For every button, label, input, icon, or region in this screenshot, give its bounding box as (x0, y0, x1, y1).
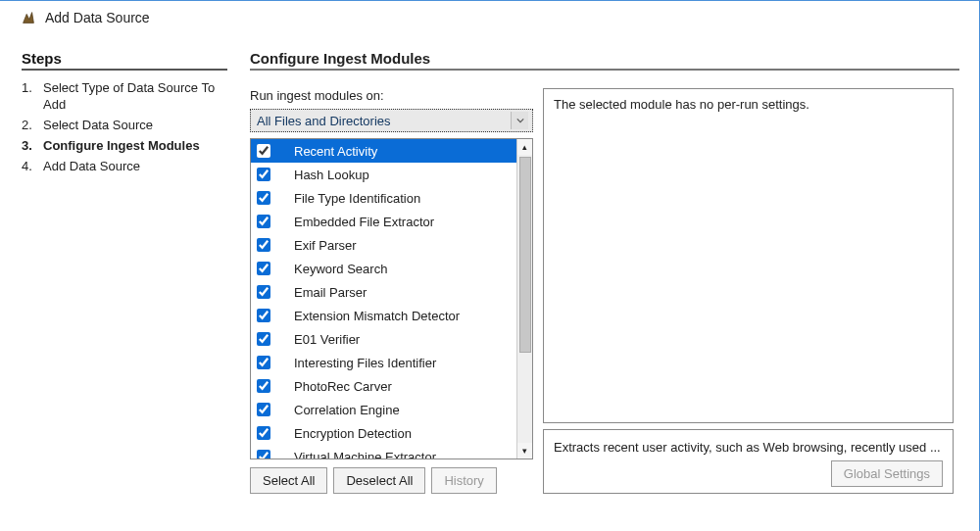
module-row[interactable]: Encryption Detection (251, 421, 516, 445)
module-label: PhotoRec Carver (294, 379, 392, 394)
module-label: Hash Lookup (294, 168, 369, 182)
dropdown-selected: All Files and Directories (257, 114, 391, 128)
step-3: 3. Configure Ingest Modules (22, 138, 238, 155)
module-checkbox[interactable] (257, 403, 270, 416)
module-row[interactable]: PhotoRec Carver (251, 374, 516, 398)
titlebar: Add Data Source (0, 1, 979, 32)
step-num: 1. (22, 80, 43, 97)
module-label: Interesting Files Identifier (294, 356, 436, 370)
module-row[interactable]: E01 Verifier (251, 327, 516, 351)
module-label: Exif Parser (294, 238, 357, 253)
step-4: 4. Add Data Source (22, 159, 238, 175)
step-label: Select Type of Data Source To Add (43, 80, 238, 114)
step-num: 3. (22, 138, 43, 155)
section-header: Configure Ingest Modules (250, 50, 959, 71)
module-checkbox[interactable] (257, 238, 270, 252)
module-row[interactable]: Extension Mismatch Detector (251, 304, 516, 327)
scroll-up-icon[interactable]: ▴ (517, 139, 532, 155)
module-label: Correlation Engine (294, 403, 400, 417)
deselect-all-button[interactable]: Deselect All (333, 467, 425, 494)
step-num: 4. (22, 159, 43, 175)
step-num: 2. (22, 118, 43, 134)
step-label: Configure Ingest Modules (43, 138, 238, 155)
module-checkbox[interactable] (257, 262, 270, 275)
module-label: E01 Verifier (294, 332, 360, 347)
window-title: Add Data Source (45, 10, 150, 25)
module-label: Recent Activity (294, 144, 377, 159)
module-checkbox[interactable] (257, 450, 270, 459)
module-label: Virtual Machine Extractor (294, 450, 436, 459)
module-row[interactable]: Interesting Files Identifier (251, 351, 516, 374)
module-checkbox[interactable] (257, 309, 270, 322)
module-label: Embedded File Extractor (294, 215, 434, 229)
module-row[interactable]: Recent Activity (251, 139, 516, 163)
module-row[interactable]: Embedded File Extractor (251, 210, 516, 233)
step-1: 1. Select Type of Data Source To Add (22, 80, 238, 114)
module-checkbox[interactable] (257, 379, 270, 393)
module-checkbox[interactable] (257, 215, 270, 228)
scroll-thumb[interactable] (519, 157, 531, 353)
steps-panel: Steps 1. Select Type of Data Source To A… (0, 32, 250, 529)
module-row[interactable]: Exif Parser (251, 233, 516, 257)
module-checkbox[interactable] (257, 168, 270, 181)
step-2: 2. Select Data Source (22, 118, 238, 134)
main-panel: Configure Ingest Modules Run ingest modu… (250, 32, 979, 529)
settings-text: The selected module has no per-run setti… (554, 97, 809, 112)
module-label: Extension Mismatch Detector (294, 309, 460, 323)
module-row[interactable]: File Type Identification (251, 186, 516, 210)
module-checkbox[interactable] (257, 285, 270, 299)
scrollbar[interactable]: ▴ ▾ (516, 139, 532, 459)
app-icon (20, 9, 37, 26)
module-row[interactable]: Hash Lookup (251, 163, 516, 186)
module-row[interactable]: Keyword Search (251, 257, 516, 280)
module-column: Run ingest modules on: All Files and Dir… (250, 88, 533, 494)
settings-column: The selected module has no per-run setti… (543, 88, 954, 494)
scroll-down-icon[interactable]: ▾ (517, 443, 532, 459)
select-all-button[interactable]: Select All (250, 467, 327, 494)
module-label: Keyword Search (294, 262, 387, 276)
steps-header: Steps (22, 50, 227, 71)
run-target-dropdown[interactable]: All Files and Directories (250, 109, 533, 132)
module-checkbox[interactable] (257, 332, 270, 346)
step-label: Select Data Source (43, 118, 238, 134)
module-description: Extracts recent user activity, such as W… (554, 440, 943, 455)
history-button[interactable]: History (431, 467, 496, 494)
module-checkbox[interactable] (257, 426, 270, 440)
module-row[interactable]: Email Parser (251, 280, 516, 304)
module-label: Encryption Detection (294, 426, 412, 441)
module-label: File Type Identification (294, 191, 420, 206)
step-label: Add Data Source (43, 159, 238, 175)
global-settings-button[interactable]: Global Settings (831, 460, 943, 487)
description-box: Extracts recent user activity, such as W… (543, 429, 954, 494)
steps-list: 1. Select Type of Data Source To Add 2. … (22, 80, 238, 174)
module-label: Email Parser (294, 285, 367, 300)
module-checkbox[interactable] (257, 356, 270, 369)
module-row[interactable]: Virtual Machine Extractor (251, 445, 516, 459)
settings-box: The selected module has no per-run setti… (543, 88, 954, 423)
module-row[interactable]: Correlation Engine (251, 398, 516, 421)
chevron-down-icon (511, 112, 528, 129)
module-checkbox[interactable] (257, 144, 270, 158)
module-list: Recent ActivityHash LookupFile Type Iden… (250, 138, 533, 459)
run-label: Run ingest modules on: (250, 88, 533, 103)
module-checkbox[interactable] (257, 191, 270, 205)
